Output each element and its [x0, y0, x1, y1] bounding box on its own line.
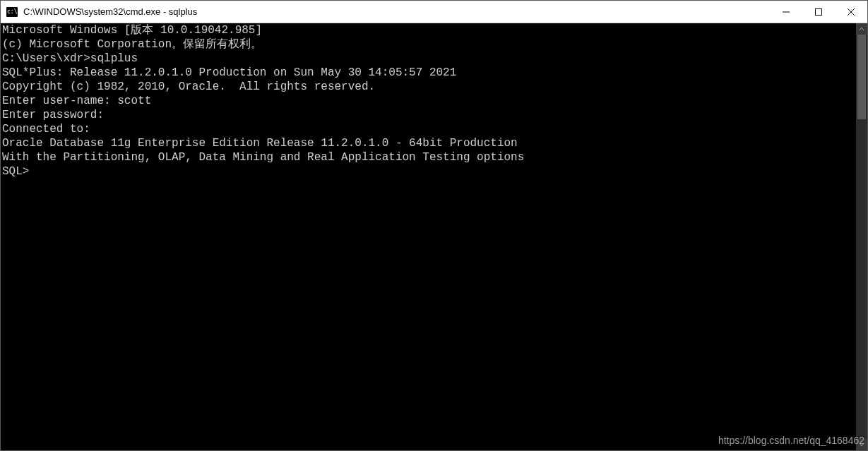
close-icon: [848, 8, 855, 16]
chevron-down-icon: [859, 442, 864, 447]
window-controls: [770, 1, 867, 23]
svg-rect-0: [816, 8, 822, 15]
terminal-line: C:\Users\xdr>sqlplus: [2, 52, 856, 66]
terminal-line: (c) Microsoft Corporation。保留所有权利。: [2, 37, 856, 52]
scroll-down-button[interactable]: [856, 439, 867, 450]
close-button[interactable]: [835, 1, 867, 23]
chevron-up-icon: [859, 26, 864, 32]
terminal-line: Connected to:: [2, 122, 856, 136]
maximize-button[interactable]: [802, 1, 835, 23]
titlebar[interactable]: C:\WINDOWS\system32\cmd.exe - sqlplus: [1, 1, 867, 23]
maximize-icon: [815, 8, 822, 16]
minimize-button[interactable]: [770, 1, 802, 23]
app-window: C:\WINDOWS\system32\cmd.exe - sqlplus Mi…: [0, 0, 868, 451]
terminal-line: Oracle Database 11g Enterprise Edition R…: [2, 136, 856, 150]
terminal-container: Microsoft Windows [版本 10.0.19042.985](c)…: [1, 23, 867, 450]
terminal-line: Microsoft Windows [版本 10.0.19042.985]: [2, 23, 856, 37]
window-title: C:\WINDOWS\system32\cmd.exe - sqlplus: [23, 6, 197, 17]
scroll-up-button[interactable]: [856, 23, 867, 35]
vertical-scrollbar[interactable]: [856, 23, 867, 450]
scrollbar-thumb[interactable]: [857, 35, 866, 119]
terminal-line: SQL>: [2, 164, 856, 179]
terminal-output[interactable]: Microsoft Windows [版本 10.0.19042.985](c)…: [1, 23, 856, 450]
terminal-line: With the Partitioning, OLAP, Data Mining…: [2, 150, 856, 164]
minimize-icon: [783, 8, 790, 16]
terminal-line: Enter password:: [2, 108, 856, 122]
terminal-line: Copyright (c) 1982, 2010, Oracle. All ri…: [2, 80, 856, 94]
cmd-icon: [6, 7, 18, 17]
terminal-line: Enter user-name: scott: [2, 94, 856, 108]
terminal-line: SQL*Plus: Release 11.2.0.1.0 Production …: [2, 66, 856, 80]
